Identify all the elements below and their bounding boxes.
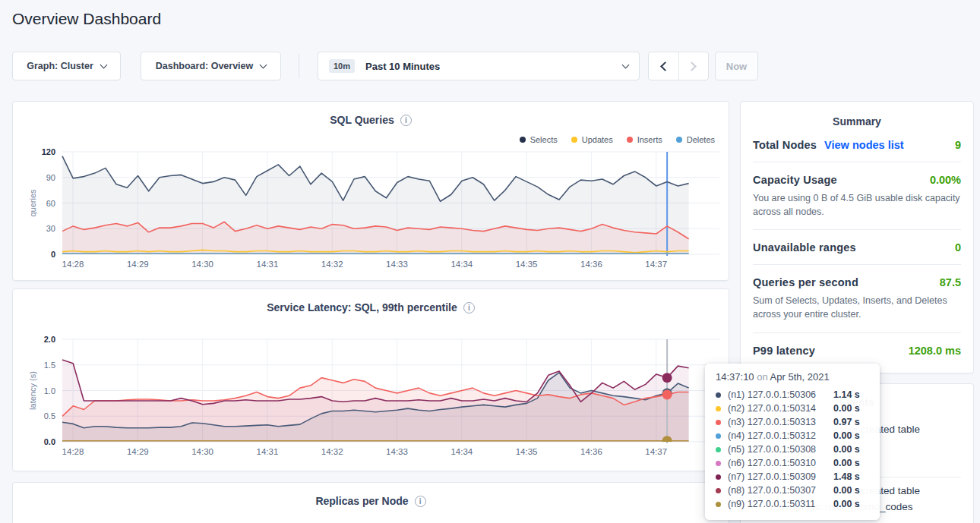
x-tick-label: 14:31 xyxy=(257,447,279,456)
x-tick-label: 14:36 xyxy=(580,447,602,456)
node-latency-value: 1.14 s xyxy=(833,389,860,400)
sql-queries-title: SQL Queries xyxy=(330,114,394,126)
summary-qps: Queries per second 87.5 Sum of Selects, … xyxy=(753,265,961,332)
x-tick-label: 14:37 xyxy=(645,260,667,269)
info-icon[interactable]: i xyxy=(463,302,475,313)
y-tick-label: 1.5 xyxy=(44,361,55,370)
x-tick-label: 14:31 xyxy=(257,260,279,269)
node-address: (n7) 127.0.0.1:50309 xyxy=(728,471,833,482)
time-range-label: Past 10 Minutes xyxy=(365,61,440,72)
node-address: (n8) 127.0.0.1:50307 xyxy=(728,485,833,496)
latency-chart[interactable]: 0.00.51.01.52.014:2814:2914:3014:3114:32… xyxy=(13,289,730,472)
chevron-down-icon xyxy=(622,61,630,68)
x-tick-label: 14:37 xyxy=(645,447,667,456)
latency-card: Service Latency: SQL, 99th percentile i … xyxy=(12,288,729,471)
legend-item-inserts[interactable]: Inserts xyxy=(627,135,662,144)
summary-title: Summary xyxy=(741,102,973,128)
node-latency-value: 0.00 s xyxy=(833,444,860,455)
legend-item-updates[interactable]: Updates xyxy=(571,135,613,144)
time-next-button[interactable] xyxy=(678,52,709,80)
tooltip-row: (n5) 127.0.0.1:503080.00 s xyxy=(716,443,869,456)
node-dot-icon xyxy=(716,447,721,452)
unavailable-label: Unavailable ranges xyxy=(753,241,856,254)
p99-value: 1208.0 ms xyxy=(909,345,961,357)
info-icon[interactable]: i xyxy=(400,115,412,126)
y-tick-label: 0 xyxy=(51,250,55,259)
node-latency-value: 0.00 s xyxy=(833,458,860,468)
legend-label: Deletes xyxy=(687,135,715,144)
tooltip-row: (n7) 127.0.0.1:503091.48 s xyxy=(716,470,869,484)
y-tick-label: 0.0 xyxy=(44,437,55,446)
tooltip-row: (n1) 127.0.0.1:503061.14 s xyxy=(716,388,869,402)
y-axis-label: queries xyxy=(28,189,37,217)
node-address: (n3) 127.0.0.1:50313 xyxy=(728,417,833,427)
x-tick-label: 14:36 xyxy=(580,260,602,269)
now-button[interactable]: Now xyxy=(715,52,758,80)
info-icon[interactable]: i xyxy=(415,496,426,507)
summary-capacity: Capacity Usage 0.00% You are using 0 B o… xyxy=(753,162,961,230)
summary-unavailable: Unavailable ranges 0 xyxy=(753,230,961,265)
legend-item-deletes[interactable]: Deletes xyxy=(676,135,715,144)
latency-tooltip: 14:37:10 on Apr 5th, 2021 (n1) 127.0.0.1… xyxy=(705,364,880,520)
node-address: (n9) 127.0.0.1:50311 xyxy=(728,499,833,509)
sql-queries-chart[interactable]: 030609012014:2814:2914:3014:3114:3214:33… xyxy=(13,102,730,282)
x-tick-label: 14:29 xyxy=(127,260,149,269)
qps-desc: Sum of Selects, Updates, Inserts, and De… xyxy=(753,294,961,321)
x-tick-label: 14:33 xyxy=(386,260,408,269)
node-latency-value: 0.97 s xyxy=(833,417,860,427)
time-range-dropdown[interactable]: 10m Past 10 Minutes xyxy=(318,52,640,80)
x-tick-label: 14:34 xyxy=(450,447,473,456)
x-tick-label: 14:35 xyxy=(516,260,538,269)
replicas-title: Replicas per Node xyxy=(315,495,408,507)
x-tick-label: 14:32 xyxy=(321,447,343,456)
view-nodes-list-link[interactable]: View nodes list xyxy=(824,139,904,151)
latency-title: Service Latency: SQL, 99th percentile xyxy=(267,301,457,313)
legend-dot-icon xyxy=(676,137,682,143)
y-tick-label: 2.0 xyxy=(44,335,55,344)
legend-item-selects[interactable]: Selects xyxy=(520,135,558,144)
x-tick-label: 14:30 xyxy=(191,447,213,456)
chevron-left-icon xyxy=(660,61,670,71)
tooltip-timestamp: 14:37:10 on Apr 5th, 2021 xyxy=(716,371,869,383)
chevron-down-icon xyxy=(100,61,107,68)
node-address: (n4) 127.0.0.1:50312 xyxy=(728,430,833,441)
time-prev-button[interactable] xyxy=(649,52,678,80)
node-address: (n5) 127.0.0.1:50308 xyxy=(728,444,833,455)
y-tick-label: 0.5 xyxy=(44,411,55,421)
legend-label: Updates xyxy=(582,135,613,144)
node-latency-value: 0.00 s xyxy=(833,499,860,509)
dashboard-dropdown-label: Dashboard: Overview xyxy=(156,61,254,71)
sql-queries-card: SQL Queries i SelectsUpdatesInsertsDelet… xyxy=(12,101,729,281)
x-tick-label: 14:33 xyxy=(386,447,408,456)
y-tick-label: 90 xyxy=(46,173,55,182)
x-tick-label: 14:34 xyxy=(450,260,473,269)
total-nodes-value: 9 xyxy=(955,139,961,151)
node-dot-icon xyxy=(716,392,721,398)
legend-label: Inserts xyxy=(637,135,662,144)
total-nodes-label: Total Nodes xyxy=(753,139,817,151)
node-dot-icon xyxy=(716,433,721,439)
node-dot-icon xyxy=(716,502,721,507)
node-latency-value: 0.00 s xyxy=(833,403,860,414)
x-tick-label: 14:28 xyxy=(62,260,84,269)
tooltip-row: (n4) 127.0.0.1:503120.00 s xyxy=(716,429,869,443)
dashboard-dropdown[interactable]: Dashboard: Overview xyxy=(141,52,281,80)
node-latency-value: 0.00 s xyxy=(833,485,860,496)
summary-panel: Summary Total Nodes View nodes list 9 Ca… xyxy=(740,101,974,373)
x-tick-label: 14:35 xyxy=(516,447,538,456)
graph-dropdown-label: Graph: Cluster xyxy=(27,61,93,71)
graph-dropdown[interactable]: Graph: Cluster xyxy=(12,52,121,80)
time-step-buttons xyxy=(648,52,709,80)
x-tick-label: 14:30 xyxy=(191,260,213,269)
node-dot-icon xyxy=(716,488,721,493)
y-tick-label: 60 xyxy=(46,199,55,208)
sql-queries-legend: SelectsUpdatesInsertsDeletes xyxy=(520,135,715,144)
y-tick-label: 30 xyxy=(46,224,55,233)
hover-dot xyxy=(662,373,672,383)
legend-label: Selects xyxy=(530,135,558,144)
capacity-desc: You are using 0 B of 4.5 GiB usable disk… xyxy=(753,191,961,219)
p99-label: P99 latency xyxy=(753,345,815,357)
node-dot-icon xyxy=(716,461,721,466)
hover-dot xyxy=(662,389,672,399)
qps-value: 87.5 xyxy=(940,276,961,288)
